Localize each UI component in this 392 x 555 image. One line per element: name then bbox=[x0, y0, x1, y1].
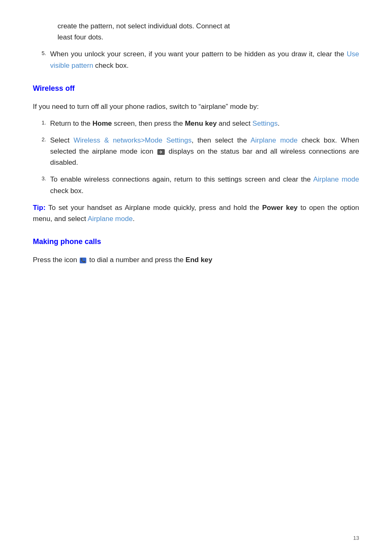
step2-text-before: Select bbox=[50, 136, 74, 144]
page-number: 13 bbox=[353, 534, 359, 543]
step1-bold-home: Home bbox=[92, 120, 112, 127]
list-item-3: 3. To enable wireless connections again,… bbox=[33, 174, 359, 196]
making-calls-intro: Press the icon 📞 to dial a number and pr… bbox=[33, 254, 359, 265]
settings-link[interactable]: Settings bbox=[252, 120, 277, 127]
step-5-content: When you unlock your screen, if you want… bbox=[50, 48, 359, 71]
making-phone-calls-heading: Making phone calls bbox=[33, 236, 359, 248]
step5-text-after: check box. bbox=[93, 62, 129, 69]
list-item-2: 2. Select Wireless & networks>Mode Setti… bbox=[33, 135, 359, 168]
step1-bold-menukey: Menu key bbox=[185, 120, 217, 127]
tip-label: Tip: bbox=[33, 204, 46, 212]
airplane-mode-link-2[interactable]: Airplane mode bbox=[313, 175, 359, 183]
step-1-content: Return to the Home screen, then press th… bbox=[50, 118, 359, 129]
wireless-networks-link[interactable]: Wireless & networks>Mode Settings bbox=[74, 136, 191, 144]
step-5-number: 5. bbox=[33, 48, 46, 58]
wireless-off-heading: Wireless off bbox=[33, 83, 359, 94]
page: create the pattern, not select individua… bbox=[0, 0, 392, 555]
list-item-1: 1. Return to the Home screen, then press… bbox=[33, 118, 359, 129]
step2-text-mid: , then select the bbox=[191, 136, 250, 144]
phone-icon: 📞 bbox=[80, 258, 86, 263]
airplane-mode-icon: ✈ bbox=[157, 149, 165, 155]
step1-text-after: and select bbox=[217, 120, 252, 127]
step5-text-before: When you unlock your screen, if you want… bbox=[50, 50, 347, 58]
tip-block: Tip: To set your handset as Airplane mod… bbox=[33, 202, 359, 224]
wireless-off-steps: 1. Return to the Home screen, then press… bbox=[33, 118, 359, 196]
step-3-content: To enable wireless connections again, re… bbox=[50, 174, 359, 196]
step-2-number: 2. bbox=[33, 135, 46, 144]
intro-text-2: least four dots. bbox=[58, 33, 104, 41]
step-2-content: Select Wireless & networks>Mode Settings… bbox=[50, 135, 359, 168]
step1-period: . bbox=[278, 120, 280, 127]
step3-text-after: check box. bbox=[50, 187, 83, 195]
step1-text-before: Return to the bbox=[50, 120, 92, 127]
step-1-number: 1. bbox=[33, 118, 46, 127]
making-calls-text-after: to dial a number and press the bbox=[87, 256, 185, 264]
intro-paragraph: create the pattern, not select individua… bbox=[58, 21, 359, 43]
making-calls-bold-endkey: End key bbox=[186, 256, 212, 264]
airplane-mode-link-1[interactable]: Airplane mode bbox=[251, 136, 298, 144]
step1-text-mid: screen, then press the bbox=[112, 120, 185, 127]
step3-text-before: To enable wireless connections again, re… bbox=[50, 175, 313, 183]
step-3-number: 3. bbox=[33, 174, 46, 183]
wireless-off-intro: If you need to turn off all your phone r… bbox=[33, 101, 359, 112]
tip-text-before: To set your handset as Airplane mode qui… bbox=[46, 204, 262, 212]
intro-text: create the pattern, not select individua… bbox=[58, 22, 230, 30]
making-calls-text-before: Press the icon bbox=[33, 256, 79, 264]
airplane-mode-link-tip[interactable]: Airplane mode bbox=[88, 215, 133, 223]
tip-bold-powerkey: Power key bbox=[262, 204, 297, 212]
tip-text-after: . bbox=[133, 215, 135, 223]
step-5-item: 5. When you unlock your screen, if you w… bbox=[33, 48, 359, 71]
